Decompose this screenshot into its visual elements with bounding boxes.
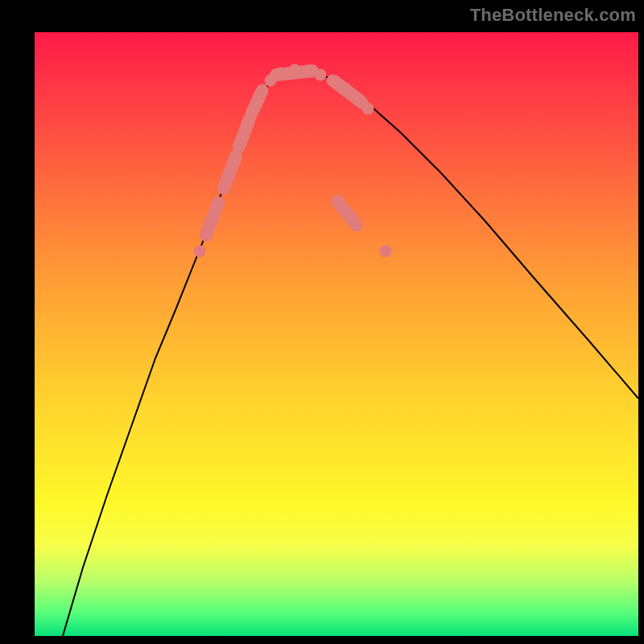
highlight-point <box>275 68 287 80</box>
highlight-point <box>211 202 223 214</box>
highlight-point <box>227 159 239 171</box>
highlight-point <box>245 111 257 123</box>
chart-frame <box>35 32 638 636</box>
watermark-text: TheBottleneck.com <box>470 5 636 26</box>
highlight-point <box>233 141 246 153</box>
bottleneck-curve <box>63 70 638 636</box>
highlight-point <box>351 220 363 232</box>
highlight-point <box>315 69 327 81</box>
highlight-point <box>239 126 251 138</box>
highlight-point <box>327 75 339 87</box>
highlight-point <box>362 103 374 115</box>
highlight-point <box>289 64 301 76</box>
highlight-pills <box>206 71 360 235</box>
highlight-point <box>200 229 213 242</box>
highlight-point <box>265 75 277 87</box>
highlight-point <box>194 246 206 258</box>
highlight-point <box>340 83 352 95</box>
highlight-point <box>257 85 269 97</box>
chart-svg <box>35 32 638 636</box>
highlight-point <box>303 65 315 77</box>
highlight-markers <box>194 64 392 258</box>
highlight-point <box>218 183 230 195</box>
highlight-point <box>250 97 262 109</box>
highlight-point <box>380 246 392 258</box>
highlight-pill <box>337 201 353 221</box>
